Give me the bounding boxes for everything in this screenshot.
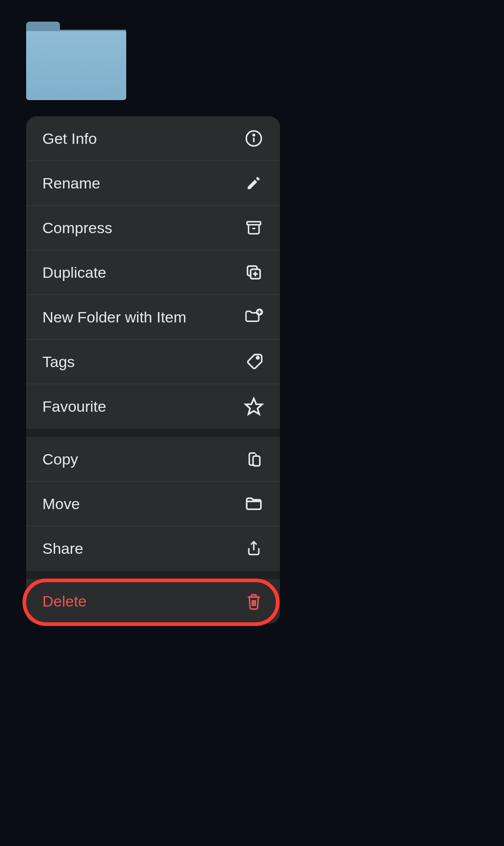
duplicate-icon	[244, 262, 264, 282]
context-menu: Get Info Rename Compress	[26, 116, 280, 624]
svg-point-11	[257, 357, 259, 359]
menu-item-label: Favourite	[42, 398, 106, 415]
menu-item-label: Copy	[42, 451, 78, 468]
svg-point-1	[253, 134, 254, 136]
menu-item-copy[interactable]: Copy	[26, 437, 280, 482]
menu-item-duplicate[interactable]: Duplicate	[26, 250, 280, 295]
menu-item-favourite[interactable]: Favourite	[26, 384, 280, 429]
menu-item-new-folder-with-item[interactable]: New Folder with Item	[26, 295, 280, 340]
tag-icon	[244, 352, 264, 372]
pencil-icon	[244, 173, 264, 193]
menu-separator	[26, 429, 280, 437]
menu-item-rename[interactable]: Rename	[26, 161, 280, 206]
menu-item-delete[interactable]: Delete	[26, 579, 280, 624]
svg-rect-3	[247, 222, 261, 225]
menu-item-label: Share	[42, 540, 83, 557]
folder-plus-icon	[244, 307, 264, 327]
menu-item-compress[interactable]: Compress	[26, 206, 280, 250]
menu-separator	[26, 571, 280, 579]
folder-icon[interactable]	[26, 22, 126, 101]
star-icon	[244, 397, 264, 417]
svg-marker-12	[246, 398, 262, 414]
menu-item-tags[interactable]: Tags	[26, 340, 280, 384]
menu-item-move[interactable]: Move	[26, 482, 280, 526]
menu-item-label: Tags	[42, 353, 75, 371]
menu-item-label: Delete	[42, 593, 87, 610]
menu-item-share[interactable]: Share	[26, 526, 280, 571]
menu-item-label: Compress	[42, 219, 112, 237]
menu-item-label: Get Info	[42, 130, 97, 147]
share-icon	[244, 539, 264, 559]
menu-item-label: Rename	[42, 175, 101, 192]
folder-icon	[244, 494, 264, 514]
archive-icon	[244, 218, 264, 238]
menu-item-label: New Folder with Item	[42, 308, 186, 326]
menu-item-label: Duplicate	[42, 264, 106, 281]
info-icon	[244, 129, 264, 148]
menu-item-label: Move	[42, 495, 80, 513]
trash-icon	[244, 592, 264, 612]
copy-icon	[244, 449, 264, 469]
menu-item-get-info[interactable]: Get Info	[26, 116, 280, 161]
